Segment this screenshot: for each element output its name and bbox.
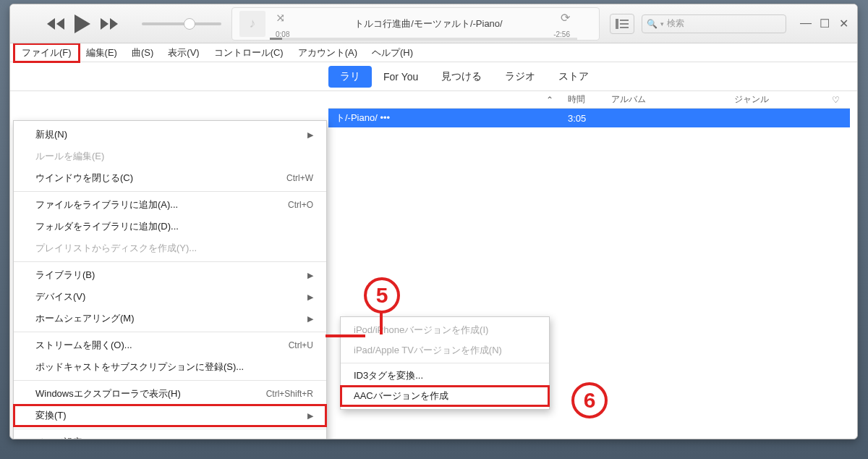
menu-new[interactable]: 新規(N)▶ bbox=[14, 124, 326, 146]
menu-close-window[interactable]: ウインドウを閉じる(C)Ctrl+W bbox=[14, 167, 326, 189]
annotation-5: 5 bbox=[364, 277, 400, 313]
menu-control[interactable]: コントロール(C) bbox=[207, 44, 291, 62]
col-genre[interactable]: ジャンル bbox=[727, 93, 821, 106]
submenu-ipad-appletv: iPad/Apple TVバージョンを作成(N) bbox=[341, 340, 549, 361]
menu-add-folder[interactable]: フォルダをライブラリに追加(D)... bbox=[14, 216, 326, 237]
annotation-6: 6 bbox=[571, 382, 608, 418]
submenu-arrow-icon: ▶ bbox=[307, 130, 313, 140]
search-input[interactable]: 🔍▾ 検索 bbox=[642, 14, 786, 33]
menu-burn-disc: プレイリストからディスクを作成(Y)... bbox=[14, 237, 326, 259]
menu-home-sharing[interactable]: ホームシェアリング(M)▶ bbox=[14, 308, 326, 329]
cell-time: 3:05 bbox=[561, 113, 604, 124]
tab-store[interactable]: ストア bbox=[547, 66, 600, 88]
submenu-arrow-icon: ▶ bbox=[307, 314, 313, 324]
annotation-connector bbox=[380, 313, 383, 334]
repeat-icon[interactable]: ⟳ bbox=[561, 11, 570, 25]
menu-subscribe-podcast[interactable]: ポッドキャストをサブスクリプションに登録(S)... bbox=[14, 356, 326, 378]
sort-caret-icon[interactable]: ⌃ bbox=[539, 95, 561, 105]
play-button[interactable] bbox=[69, 11, 95, 37]
menu-account[interactable]: アカウント(A) bbox=[291, 44, 365, 62]
table-header: ⌃ 時間 アルバム ジャンル ♡ bbox=[328, 91, 850, 109]
menu-edit[interactable]: 編集(E) bbox=[79, 44, 124, 62]
next-button[interactable] bbox=[98, 13, 120, 35]
volume-slider[interactable] bbox=[142, 22, 221, 25]
cell-name: ト/-Piano/ ••• bbox=[328, 111, 539, 125]
col-album[interactable]: アルバム bbox=[604, 93, 727, 106]
submenu-arrow-icon: ▶ bbox=[307, 292, 313, 302]
menu-convert[interactable]: 変換(T)▶ bbox=[14, 405, 326, 426]
menu-song[interactable]: 曲(S) bbox=[124, 44, 161, 62]
svg-rect-1 bbox=[620, 20, 629, 21]
menu-add-file[interactable]: ファイルをライブラリに追加(A)...Ctrl+O bbox=[14, 194, 326, 216]
submenu-arrow-icon: ▶ bbox=[307, 411, 313, 421]
menu-view[interactable]: 表示(V) bbox=[161, 44, 206, 62]
menu-edit-rules: ルールを編集(E) bbox=[14, 146, 326, 167]
view-mode-button[interactable] bbox=[610, 14, 634, 34]
playback-controls bbox=[45, 11, 120, 37]
annotation-connector bbox=[326, 334, 365, 337]
menu-library[interactable]: ライブラリ(B)▶ bbox=[14, 264, 326, 286]
progress-bar[interactable] bbox=[270, 38, 577, 40]
tab-radio[interactable]: ラジオ bbox=[493, 66, 547, 88]
file-dropdown-menu: 新規(N)▶ ルールを編集(E) ウインドウを閉じる(C)Ctrl+W ファイル… bbox=[13, 120, 327, 439]
submenu-arrow-icon: ▶ bbox=[307, 271, 313, 280]
maximize-button[interactable]: ☐ bbox=[818, 17, 831, 30]
convert-submenu: iPod/iPhoneバージョンを作成(I) iPad/Apple TVバージョ… bbox=[340, 316, 550, 410]
menu-help[interactable]: ヘルプ(H) bbox=[365, 44, 420, 62]
tab-browse[interactable]: 見つける bbox=[430, 66, 493, 88]
menu-open-stream[interactable]: ストリームを開く(O)...Ctrl+U bbox=[14, 334, 326, 356]
menu-devices[interactable]: デバイス(V)▶ bbox=[14, 286, 326, 308]
menu-page-setup[interactable]: ページ設定(U)... bbox=[14, 431, 326, 439]
search-placeholder: 検索 bbox=[667, 17, 684, 30]
tab-for-you[interactable]: For You bbox=[372, 67, 430, 87]
now-playing-title: トルコ行進曲/モーツァルト/-Piano/ bbox=[265, 17, 592, 30]
svg-rect-2 bbox=[620, 23, 629, 25]
menubar: ファイル(F) 編集(E) 曲(S) 表示(V) コントロール(C) アカウント… bbox=[10, 43, 857, 62]
titlebar: ♪ ⤨ トルコ行進曲/モーツァルト/-Piano/ ⟳ 0:08 -2:56 🔍… bbox=[10, 4, 857, 43]
tab-library[interactable]: ラリ bbox=[328, 66, 372, 88]
submenu-id3-tags[interactable]: ID3タグを変換... bbox=[341, 366, 549, 386]
minimize-button[interactable]: — bbox=[799, 17, 812, 30]
col-time[interactable]: 時間 bbox=[561, 93, 604, 106]
now-playing-display: ♪ ⤨ トルコ行進曲/モーツァルト/-Piano/ ⟳ 0:08 -2:56 bbox=[231, 7, 600, 41]
close-button[interactable]: ✕ bbox=[837, 17, 850, 30]
menu-show-in-explorer[interactable]: Windowsエクスプローラで表示(H)Ctrl+Shift+R bbox=[14, 383, 326, 405]
svg-rect-3 bbox=[620, 27, 629, 28]
col-heart[interactable]: ♡ bbox=[821, 95, 850, 105]
submenu-ipod-iphone: iPod/iPhoneバージョンを作成(I) bbox=[341, 320, 549, 340]
prev-button[interactable] bbox=[45, 13, 67, 35]
search-icon: 🔍 bbox=[647, 19, 658, 29]
album-art-placeholder: ♪ bbox=[239, 11, 265, 37]
shuffle-icon[interactable]: ⤨ bbox=[276, 11, 285, 25]
dropdown-caret-icon: ▾ bbox=[660, 20, 664, 28]
submenu-create-aac[interactable]: AACバージョンを作成 bbox=[341, 386, 549, 406]
menu-file[interactable]: ファイル(F) bbox=[14, 44, 79, 62]
table-row[interactable]: ト/-Piano/ ••• 3:05 bbox=[328, 109, 850, 127]
nav-tabs: ラリ For You 見つける ラジオ ストア bbox=[10, 62, 857, 91]
svg-rect-0 bbox=[616, 19, 618, 29]
